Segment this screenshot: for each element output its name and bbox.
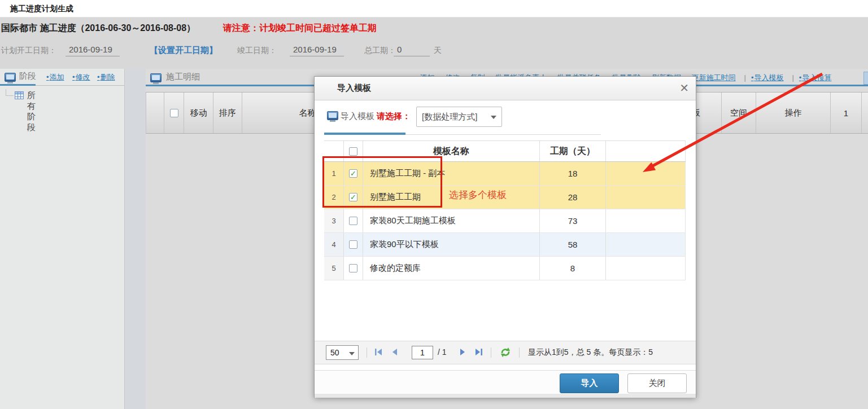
stage-edit-link[interactable]: 修改 xyxy=(72,72,90,82)
duration-days-cell: 18 xyxy=(540,162,606,185)
grid-column-header-1 xyxy=(164,93,184,133)
window-titlebar: 施工进度计划生成 xyxy=(0,0,868,17)
schedule-warning-text: 请注意：计划竣工时间已超过签单工期 xyxy=(223,23,377,34)
duration-days-cell: 73 xyxy=(540,209,606,232)
toolbar-separator: | xyxy=(744,73,746,82)
grid-select-all-checkbox[interactable] xyxy=(170,109,178,117)
refresh-icon[interactable] xyxy=(500,346,511,358)
pager-divider xyxy=(491,348,491,358)
grid-column-header-0 xyxy=(146,93,164,133)
row-extra-cell xyxy=(606,233,686,256)
dialog-section-title: 导入模板 xyxy=(341,111,374,122)
annotation-note: 选择多个模板 xyxy=(449,188,507,201)
toolbar-link-导入预算[interactable]: 导入预算 xyxy=(799,73,832,82)
table-grid-icon xyxy=(15,91,24,99)
finish-date-label: 竣工日期： xyxy=(237,46,277,56)
annotation-rectangle xyxy=(322,156,442,208)
pager-divider xyxy=(367,348,367,358)
grid-column-header-空间: 空间 xyxy=(722,93,756,133)
stage-panel-title: 阶段 xyxy=(19,71,36,82)
duration-days-cell: 28 xyxy=(540,186,606,209)
pagination-summary: 显示从1到5，总 5 条。每页显示：5 xyxy=(528,348,693,358)
plan-start-label: 计划开工日期： xyxy=(1,46,56,56)
page-title: 施工进度计划生成 xyxy=(10,4,73,14)
dialog-bottom-strip xyxy=(315,394,696,398)
monitor-icon xyxy=(327,111,338,120)
row-checkbox-cell xyxy=(344,233,363,256)
chevron-down-icon xyxy=(491,116,496,119)
import-button[interactable]: 导入 xyxy=(560,373,619,393)
row-checkbox[interactable] xyxy=(349,264,357,272)
stage-header-divider xyxy=(36,85,124,86)
page-size-select[interactable]: 50 xyxy=(326,345,359,360)
row-extra-cell xyxy=(606,257,686,280)
template-name-cell: 修改的定额库 xyxy=(363,257,540,280)
template-name-cell: 家装90平以下模板 xyxy=(363,233,540,256)
prev-page-icon[interactable] xyxy=(390,348,399,357)
tree-connector xyxy=(6,89,14,96)
close-icon[interactable]: ✕ xyxy=(679,81,689,95)
days-unit-label: 天 xyxy=(434,46,442,56)
stage-tab-underline xyxy=(0,84,36,86)
clipped-blue-element xyxy=(863,72,868,85)
select-all-checkbox[interactable] xyxy=(349,147,357,156)
dialog-footer: 导入 关闭 xyxy=(315,370,696,394)
row-checkbox-cell xyxy=(344,209,363,232)
row-extra-cell xyxy=(606,209,686,232)
pager-divider xyxy=(519,348,520,358)
row-checkbox-cell xyxy=(344,257,363,280)
grid-column-header-移动: 移动 xyxy=(184,93,213,133)
data-mode-dropdown[interactable]: [数据处理方式] xyxy=(416,107,502,127)
page-number-input[interactable] xyxy=(412,346,433,359)
grid-column-header-排序: 排序 xyxy=(213,93,242,133)
dialog-title: 导入模板 xyxy=(337,83,371,94)
duration-days-cell: 8 xyxy=(540,257,606,280)
finish-date-field[interactable]: 2016-09-19 xyxy=(290,45,344,56)
template-name-cell: 家装80天工期施工模板 xyxy=(363,209,540,232)
row-number-cell: 5 xyxy=(324,257,344,280)
row-number-cell: 3 xyxy=(324,209,344,232)
toolbar-link-导入模板[interactable]: 导入模板 xyxy=(751,73,784,82)
set-start-date-link[interactable]: 【设置开工日期】 xyxy=(150,45,217,56)
header-extra-cell xyxy=(606,141,686,161)
chevron-down-icon xyxy=(349,352,355,355)
last-page-icon[interactable] xyxy=(474,348,483,357)
plan-start-date-field[interactable]: 2016-09-19 xyxy=(66,45,120,56)
row-number-cell: 4 xyxy=(324,233,344,256)
grid-column-header-操作: 操作 xyxy=(756,93,831,133)
project-title: 国际都市 施工进度（2016-06-30～2016-08-08） xyxy=(1,23,195,34)
first-page-icon[interactable] xyxy=(374,348,383,357)
toolbar-separator: | xyxy=(792,73,793,82)
duration-days-header: 工期（天） xyxy=(540,141,606,161)
section-divider xyxy=(405,134,601,135)
section-tab-underline xyxy=(324,133,405,135)
next-page-icon[interactable] xyxy=(458,348,467,357)
detail-panel-title: 施工明细 xyxy=(166,72,200,82)
stage-delete-link[interactable]: 删除 xyxy=(97,72,115,82)
monitor-icon xyxy=(5,73,16,82)
monitor-icon xyxy=(150,73,162,82)
grid-column-header-10 xyxy=(862,93,868,133)
total-pages-label: / 1 xyxy=(438,348,447,357)
import-template-dialog: 导入模板 ✕ 导入模板 请选择： [数据处理方式] 模板名称 工期（天） 1✓别… xyxy=(314,76,696,398)
template-row[interactable]: 5修改的定额库8 xyxy=(324,257,686,280)
dialog-header: 导入模板 ✕ xyxy=(315,77,696,100)
duration-days-cell: 58 xyxy=(540,233,606,256)
dropdown-value: [数据处理方式] xyxy=(422,112,477,122)
template-row[interactable]: 3家装80天工期施工模板73 xyxy=(324,209,686,233)
close-button[interactable]: 关闭 xyxy=(627,373,687,393)
row-extra-cell xyxy=(606,186,686,209)
stage-panel: 阶段 添加 修改 删除 所有阶段 xyxy=(0,69,125,409)
row-extra-cell xyxy=(606,162,686,185)
panel-gap xyxy=(125,69,146,409)
pagination-bar: 50 / 1 xyxy=(315,341,696,364)
row-checkbox[interactable] xyxy=(349,217,357,225)
page-size-value: 50 xyxy=(330,348,339,357)
grid-column-header-1: 1 xyxy=(831,93,862,133)
template-row[interactable]: 4家装90平以下模板58 xyxy=(324,233,686,257)
app-window: 施工进度计划生成 国际都市 施工进度（2016-06-30～2016-08-08… xyxy=(0,0,868,409)
total-duration-field[interactable]: 0 xyxy=(394,45,430,56)
stage-add-link[interactable]: 添加 xyxy=(46,72,64,82)
please-select-label: 请选择： xyxy=(377,111,411,122)
row-checkbox[interactable] xyxy=(349,240,357,249)
